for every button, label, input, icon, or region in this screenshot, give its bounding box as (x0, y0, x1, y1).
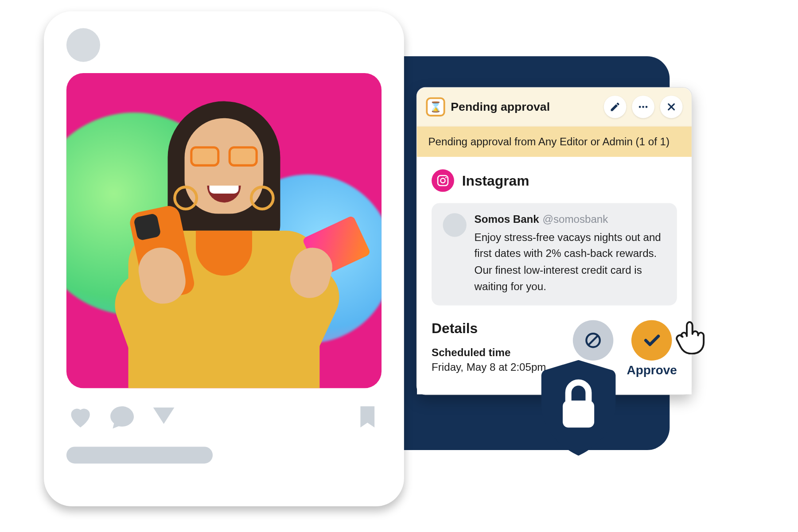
ellipsis-icon (638, 101, 649, 113)
send-icon[interactable] (150, 403, 178, 431)
svg-point-1 (642, 106, 644, 108)
close-button[interactable] (660, 96, 683, 118)
panel-title: Pending approval (451, 100, 598, 113)
pencil-icon (609, 101, 620, 113)
instagram-icon (432, 169, 454, 192)
bookmark-icon[interactable] (354, 403, 382, 431)
account-name: Somos Bank (475, 213, 539, 225)
approval-panel: ⌛ Pending approval Pending approval from… (417, 87, 692, 395)
details-heading: Details (432, 320, 559, 336)
comment-icon[interactable] (108, 403, 136, 431)
more-button[interactable] (632, 96, 654, 118)
security-shield-icon (539, 360, 618, 456)
svg-point-2 (646, 106, 648, 108)
prohibit-icon (584, 331, 602, 349)
scheduled-time-label: Scheduled time (432, 346, 559, 359)
close-icon (666, 101, 677, 113)
post-avatar-placeholder (66, 28, 100, 62)
svg-point-4 (440, 179, 445, 183)
hourglass-icon: ⌛ (426, 97, 445, 116)
svg-point-0 (639, 106, 641, 108)
edit-button[interactable] (604, 96, 627, 118)
platform-name: Instagram (462, 172, 529, 189)
svg-point-5 (445, 177, 447, 178)
approve-button[interactable] (631, 320, 672, 360)
account-avatar-placeholder (443, 213, 466, 237)
approve-label: Approve (627, 363, 677, 377)
approval-status-message: Pending approval from Any Editor or Admi… (417, 127, 692, 157)
post-preview: Somos Bank@somosbank Enjoy stress-free v… (432, 203, 677, 305)
reject-button[interactable] (573, 320, 613, 360)
post-image (66, 73, 381, 388)
heart-icon[interactable] (66, 403, 95, 431)
account-handle: @somosbank (542, 213, 608, 225)
caption-placeholder (66, 447, 213, 463)
svg-rect-7 (563, 400, 594, 427)
person-illustration (89, 85, 359, 388)
social-post-card (44, 11, 404, 506)
check-icon (642, 330, 662, 350)
post-copy: Enjoy stress-free vacays nights out and … (475, 229, 666, 295)
